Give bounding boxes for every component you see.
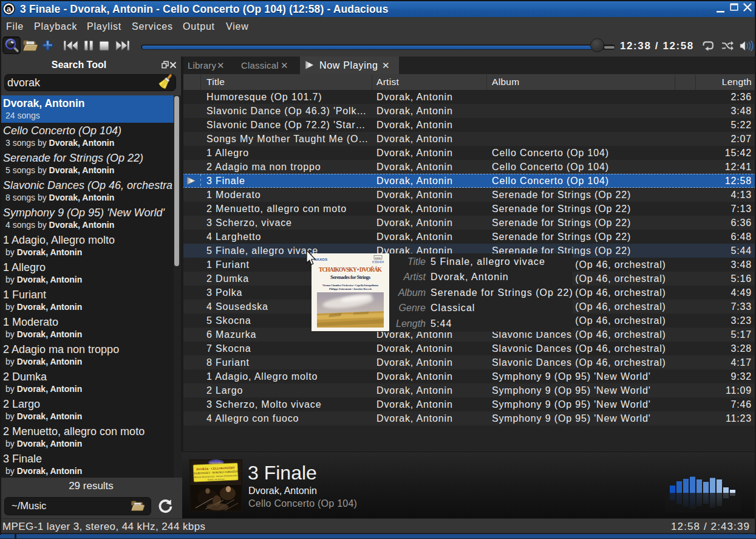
svg-text:Philippe Entremont • Jaroslav: Philippe Entremont • Jaroslav Krecek (329, 287, 372, 290)
svg-text:Vienna Chamber Orchestra • Cap: Vienna Chamber Orchestra • Capella Istro… (322, 284, 379, 287)
svg-text:TCHAIKOVSKY • DVOŘÁK: TCHAIKOVSKY • DVOŘÁK (319, 266, 383, 273)
svg-text:8.550404: 8.550404 (372, 261, 384, 264)
svg-text:a: a (7, 4, 12, 13)
svg-text:Serenades for Strings: Serenades for Strings (330, 274, 371, 280)
svg-text:DDD: DDD (375, 256, 381, 259)
